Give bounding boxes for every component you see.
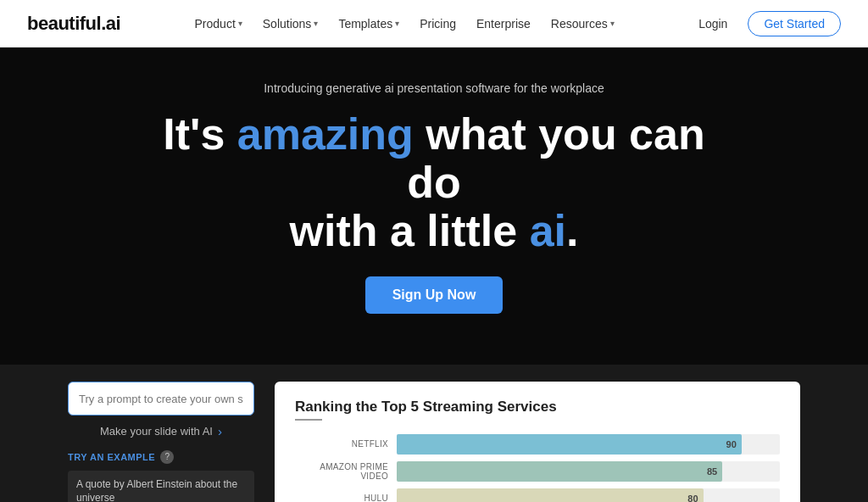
hero-title-prefix: It's <box>163 109 237 159</box>
chart-panel: Ranking the Top 5 Streaming Services NET… <box>275 382 800 502</box>
left-panel: Make your slide with AI › TRY AN EXAMPLE… <box>68 382 254 502</box>
hero-title-end: . <box>566 206 578 255</box>
example-item-0[interactable]: A quote by Albert Einstein about the uni… <box>68 471 254 502</box>
bar-value-1: 85 <box>707 466 717 477</box>
chevron-down-icon: ▾ <box>610 19 615 28</box>
content-area: Make your slide with AI › TRY AN EXAMPLE… <box>0 365 868 502</box>
nav-link-enterprise[interactable]: Enterprise <box>468 12 539 36</box>
arrow-right-icon: › <box>218 424 222 438</box>
help-icon[interactable]: ? <box>160 450 174 464</box>
nav-link-templates[interactable]: Templates▾ <box>330 12 408 36</box>
hero-title-highlight2: ai <box>530 206 566 255</box>
hero-section: Introducing generative ai presentation s… <box>0 47 868 365</box>
nav-links: Product▾Solutions▾Templates▾PricingEnter… <box>186 12 623 36</box>
login-button[interactable]: Login <box>688 12 737 36</box>
try-example-header: TRY AN EXAMPLE ? <box>68 450 254 464</box>
bar-track-0: 90 <box>397 434 780 455</box>
signup-button[interactable]: Sign Up Now <box>365 276 504 314</box>
bar-fill-1: 85 <box>397 461 722 482</box>
nav-link-pricing[interactable]: Pricing <box>411 12 465 36</box>
bar-row-0: NETFLIX90 <box>295 434 780 455</box>
hero-title-line2-prefix: with a little <box>290 206 530 255</box>
chevron-down-icon: ▾ <box>395 19 399 28</box>
chart-title: Ranking the Top 5 Streaming Services <box>295 399 780 416</box>
nav-link-product[interactable]: Product▾ <box>186 12 251 36</box>
nav-link-solutions[interactable]: Solutions▾ <box>254 12 327 36</box>
hero-title-middle: what you can do <box>407 109 704 207</box>
bar-fill-0: 90 <box>397 434 742 455</box>
bar-label-1: AMAZON PRIME VIDEO <box>295 462 388 481</box>
bar-row-2: HULU80 <box>295 488 780 502</box>
hero-title-highlight1: amazing <box>237 109 414 159</box>
try-example-label: TRY AN EXAMPLE <box>68 452 155 462</box>
make-slide-row: Make your slide with AI › <box>68 424 254 438</box>
nav-link-resources[interactable]: Resources▾ <box>542 12 623 36</box>
nav-actions: Login Get Started <box>688 11 841 36</box>
bar-value-2: 80 <box>687 494 698 502</box>
navbar: beautiful.ai Product▾Solutions▾Templates… <box>0 0 868 47</box>
logo[interactable]: beautiful.ai <box>27 13 120 35</box>
bar-label-0: NETFLIX <box>295 439 388 449</box>
chevron-down-icon: ▾ <box>314 19 318 28</box>
example-list: A quote by Albert Einstein about the uni… <box>68 471 254 502</box>
chart-divider <box>295 419 322 421</box>
get-started-button[interactable]: Get Started <box>748 11 841 36</box>
prompt-input-wrapper[interactable] <box>68 382 254 416</box>
make-slide-label: Make your slide with AI <box>100 425 213 438</box>
bar-value-0: 90 <box>726 439 737 449</box>
bar-row-1: AMAZON PRIME VIDEO85 <box>295 461 780 482</box>
chart-area: NETFLIX90AMAZON PRIME VIDEO85HULU80DISNE… <box>295 434 780 502</box>
bar-track-2: 80 <box>397 488 780 502</box>
bar-track-1: 85 <box>397 461 780 482</box>
hero-title: It's amazing what you can do with a litt… <box>137 110 731 256</box>
prompt-input[interactable] <box>79 393 243 405</box>
bar-label-2: HULU <box>295 494 388 502</box>
logo-text: beautiful.ai <box>27 13 120 34</box>
chevron-down-icon: ▾ <box>238 19 242 28</box>
bar-fill-2: 80 <box>397 488 704 502</box>
hero-subtitle: Introducing generative ai presentation s… <box>264 81 604 95</box>
